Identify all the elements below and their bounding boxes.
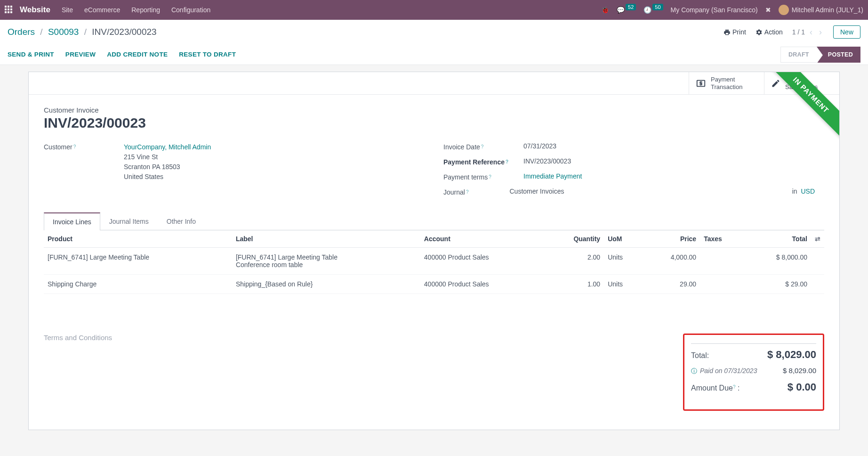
- help-icon[interactable]: ?: [489, 174, 491, 179]
- cell-uom: Units: [604, 275, 643, 294]
- payment-transaction-button[interactable]: PaymentTransaction: [689, 72, 764, 94]
- pager-prev[interactable]: ‹: [808, 27, 814, 37]
- help-icon[interactable]: ?: [506, 159, 508, 164]
- breadcrumb-sale-order[interactable]: S00093: [48, 27, 79, 37]
- cell-label: [FURN_6741] Large Meeting TableConferenc…: [232, 248, 420, 275]
- help-icon[interactable]: ?: [481, 144, 484, 149]
- apps-icon[interactable]: [5, 6, 13, 14]
- journal-value: Customer Invoices: [509, 187, 564, 195]
- total-value: $ 8,029.00: [767, 349, 816, 361]
- col-quantity: Quantity: [545, 230, 604, 248]
- payment-terms-label: Payment terms: [443, 173, 488, 181]
- columns-config-icon[interactable]: ⇄: [815, 235, 820, 243]
- total-label: Total:: [691, 351, 709, 360]
- col-price: Price: [643, 230, 700, 248]
- user-menu[interactable]: Mitchell Admin (JULY_1): [779, 5, 863, 15]
- cell-total: $ 8,000.00: [744, 248, 811, 275]
- tab-invoice-lines[interactable]: Invoice Lines: [44, 212, 100, 230]
- totals-box: Total: $ 8,029.00 ⓘPaid on 07/31/2023 $ …: [683, 334, 824, 411]
- activities-icon[interactable]: 🕘50: [643, 6, 663, 14]
- payment-terms-link[interactable]: Immediate Payment: [523, 172, 582, 180]
- table-row[interactable]: Shipping Charge Shipping_{Based on Rule}…: [44, 275, 824, 294]
- pager-count: 1 / 1: [792, 28, 805, 36]
- invoice-date-label: Invoice Date: [443, 143, 480, 151]
- customer-label: Customer: [44, 143, 72, 151]
- messages-icon[interactable]: 💬52: [617, 6, 636, 14]
- col-uom: UoM: [604, 230, 643, 248]
- brand[interactable]: Website: [20, 5, 50, 15]
- terms-input[interactable]: Terms and Conditions: [44, 334, 683, 411]
- help-icon[interactable]: ?: [466, 189, 469, 195]
- menu-configuration[interactable]: Configuration: [171, 6, 210, 14]
- form-sheet: PaymentTransaction 1Sale Orders IN PAYME…: [28, 72, 840, 430]
- debug-icon[interactable]: 🐞: [601, 6, 609, 14]
- menu-site[interactable]: Site: [62, 6, 73, 14]
- breadcrumb-orders[interactable]: Orders: [8, 27, 35, 37]
- invoice-lines-table: Product Label Account Quantity UoM Price…: [44, 230, 824, 322]
- paid-on-label: Paid on 07/31/2023: [700, 367, 757, 375]
- top-nav: Website Site eCommerce Reporting Configu…: [0, 0, 868, 20]
- preview-button[interactable]: PREVIEW: [65, 51, 96, 58]
- tab-journal-items[interactable]: Journal Items: [100, 212, 158, 230]
- customer-address-line1: 215 Vine St: [124, 153, 158, 161]
- notebook-tabs: Invoice Lines Journal Items Other Info: [44, 212, 824, 230]
- pencil-icon: [771, 78, 780, 88]
- tab-other-info[interactable]: Other Info: [158, 212, 205, 230]
- action-bar: SEND & PRINT PREVIEW ADD CREDIT NOTE RES…: [0, 44, 868, 65]
- reset-to-draft-button[interactable]: RESET TO DRAFT: [179, 51, 236, 58]
- table-row[interactable]: [FURN_6741] Large Meeting Table [FURN_67…: [44, 248, 824, 275]
- invoice-date-value: 07/31/2023: [523, 142, 556, 150]
- cell-price: 29.00: [643, 275, 700, 294]
- payment-reference-value: INV/2023/00023: [523, 157, 571, 165]
- cell-account: 400000 Product Sales: [420, 275, 545, 294]
- cell-product: Shipping Charge: [44, 275, 232, 294]
- col-account: Account: [420, 230, 545, 248]
- amount-due-value: $ 0.00: [788, 381, 816, 393]
- settings-icon[interactable]: ✖: [765, 6, 771, 14]
- customer-address-line3: United States: [124, 173, 163, 180]
- breadcrumb: Orders / S00093 / INV/2023/00023: [8, 27, 157, 37]
- cell-taxes: [700, 275, 744, 294]
- breadcrumb-current: INV/2023/00023: [92, 27, 156, 37]
- action-button[interactable]: Action: [755, 28, 783, 36]
- col-product: Product: [44, 230, 232, 248]
- avatar: [779, 5, 789, 15]
- control-bar: Orders / S00093 / INV/2023/00023 Print A…: [0, 20, 868, 44]
- menu-ecommerce[interactable]: eCommerce: [84, 6, 120, 14]
- cell-label: Shipping_{Based on Rule}: [232, 275, 420, 294]
- add-credit-note-button[interactable]: ADD CREDIT NOTE: [107, 51, 168, 58]
- cell-taxes: [700, 248, 744, 275]
- journal-in: in: [792, 187, 797, 195]
- customer-address-line2: Scranton PA 18503: [124, 163, 180, 171]
- status-bar: DRAFT POSTED: [780, 44, 860, 65]
- status-posted[interactable]: POSTED: [817, 47, 860, 63]
- nav-right: 🐞 💬52 🕘50 My Company (San Francisco) ✖ M…: [601, 5, 863, 15]
- payment-icon: [696, 78, 706, 88]
- cell-product: [FURN_6741] Large Meeting Table: [44, 248, 232, 275]
- menu-reporting[interactable]: Reporting: [131, 6, 160, 14]
- company-selector[interactable]: My Company (San Francisco): [671, 6, 758, 14]
- currency-link[interactable]: USD: [801, 187, 815, 195]
- pager-next[interactable]: ›: [817, 27, 824, 37]
- cell-uom: Units: [604, 248, 643, 275]
- document-type: Customer Invoice: [44, 106, 824, 114]
- help-icon[interactable]: ?: [733, 384, 736, 390]
- gear-icon: [755, 29, 763, 36]
- stat-buttons: PaymentTransaction 1Sale Orders: [29, 72, 839, 95]
- cell-quantity: 2.00: [545, 248, 604, 275]
- new-button[interactable]: New: [833, 25, 860, 39]
- document-title: INV/2023/00023: [44, 115, 824, 131]
- activities-badge: 50: [652, 4, 663, 10]
- customer-link[interactable]: YourCompany, Mitchell Admin: [124, 143, 211, 151]
- paid-value: $ 8,029.00: [783, 366, 816, 375]
- print-button[interactable]: Print: [723, 28, 746, 36]
- status-draft[interactable]: DRAFT: [780, 47, 817, 63]
- cell-account: 400000 Product Sales: [420, 248, 545, 275]
- send-print-button[interactable]: SEND & PRINT: [8, 51, 54, 58]
- help-icon[interactable]: ?: [73, 144, 76, 149]
- cell-quantity: 1.00: [545, 275, 604, 294]
- printer-icon: [723, 29, 731, 36]
- cell-price: 4,000.00: [643, 248, 700, 275]
- journal-label: Journal: [443, 188, 465, 196]
- info-icon[interactable]: ⓘ: [691, 367, 697, 375]
